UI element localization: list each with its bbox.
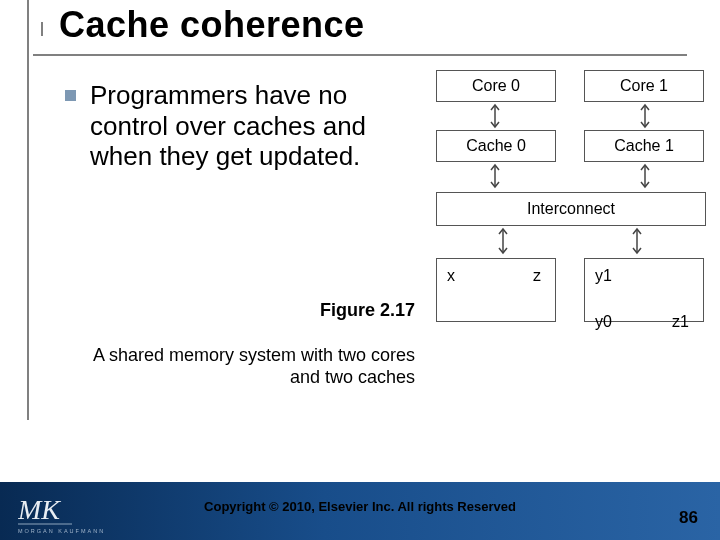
- double-arrow-icon: [638, 102, 652, 130]
- cache-box-0: Cache 0: [436, 130, 556, 162]
- arrow-row-cores: [436, 102, 704, 130]
- mem-var: y0: [595, 313, 612, 331]
- mem-var: z1: [672, 313, 689, 331]
- bullet-square-icon: [65, 90, 76, 101]
- architecture-diagram: Core 0 Core 1 Cache 0 Cache 1 Interconne…: [436, 70, 704, 322]
- core-row: Core 0 Core 1: [436, 70, 704, 102]
- slide: Cache coherence Programmers have no cont…: [0, 0, 720, 540]
- double-arrow-icon: [488, 162, 502, 190]
- publisher-name: MORGAN KAUFMANN: [18, 528, 105, 534]
- mem-var: z: [533, 267, 541, 285]
- title-tick-icon: [41, 22, 53, 36]
- core-box-0: Core 0: [436, 70, 556, 102]
- page-title: Cache coherence: [33, 4, 687, 46]
- interconnect-box: Interconnect: [436, 192, 706, 226]
- arrow-row-mem: [436, 226, 704, 256]
- bullet-text: Programmers have no control over caches …: [90, 80, 415, 172]
- cache-row: Cache 0 Cache 1: [436, 130, 704, 162]
- vertical-rule: [27, 0, 29, 420]
- double-arrow-icon: [630, 226, 644, 256]
- mem-var: y1: [595, 267, 612, 285]
- title-row: Cache coherence: [33, 4, 687, 56]
- memory-box-left: x z: [436, 258, 556, 322]
- figure-label: Figure 2.17: [60, 300, 415, 321]
- arrow-row-caches: [436, 162, 704, 190]
- mem-var: x: [447, 267, 455, 285]
- double-arrow-icon: [638, 162, 652, 190]
- double-arrow-icon: [488, 102, 502, 130]
- copyright-text: Copyright © 2010, Elsevier Inc. All righ…: [0, 499, 720, 514]
- core-box-1: Core 1: [584, 70, 704, 102]
- cache-box-1: Cache 1: [584, 130, 704, 162]
- memory-row: x z y1 y0 z1: [436, 258, 704, 322]
- figure-caption: A shared memory system with two cores an…: [60, 345, 415, 388]
- memory-box-right: y1 y0 z1: [584, 258, 704, 322]
- double-arrow-icon: [496, 226, 510, 256]
- bullet-item: Programmers have no control over caches …: [65, 80, 415, 172]
